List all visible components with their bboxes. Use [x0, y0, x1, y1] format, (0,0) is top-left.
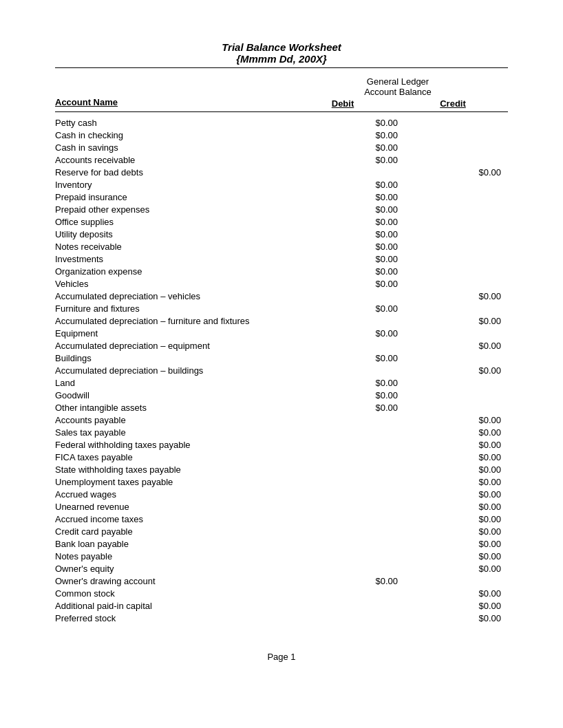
row-credit: $0.00 — [418, 551, 508, 561]
row-credit: $0.00 — [418, 502, 508, 512]
row-credit: $0.00 — [418, 588, 508, 599]
table-row: Furniture and fixtures$0.00 — [55, 302, 508, 314]
row-account-name: FICA taxes payable — [55, 452, 329, 462]
table-row: Bank loan payable$0.00 — [55, 537, 508, 550]
table-row: Owner's equity$0.00 — [55, 562, 508, 575]
row-account-name: Owner's drawing account — [55, 576, 329, 586]
row-debit: $0.00 — [329, 353, 418, 363]
row-credit: $0.00 — [418, 601, 508, 611]
table-row: Cash in savings$0.00 — [55, 141, 508, 153]
row-credit: $0.00 — [418, 489, 508, 500]
row-debit: $0.00 — [329, 390, 418, 400]
table-row: Accumulated depreciation – equipment$0.0… — [55, 339, 508, 352]
row-debit: $0.00 — [329, 378, 418, 388]
row-account-name: Prepaid insurance — [55, 192, 329, 202]
row-credit: $0.00 — [418, 291, 508, 301]
row-account-name: Additional paid-in capital — [55, 601, 329, 611]
row-account-name: Cash in savings — [55, 142, 329, 153]
table-row: Prepaid other expenses$0.00 — [55, 203, 508, 215]
row-account-name: Notes payable — [55, 551, 329, 561]
row-credit: $0.00 — [418, 427, 508, 438]
row-debit: $0.00 — [329, 254, 418, 264]
table-row: Accounts payable$0.00 — [55, 414, 508, 426]
row-debit: $0.00 — [329, 155, 418, 165]
debit-credit-labels: Debit Credit — [288, 98, 508, 109]
row-account-name: Petty cash — [55, 118, 329, 128]
row-account-name: Accrued income taxes — [55, 514, 329, 524]
table-row: Petty cash$0.00 — [55, 116, 508, 129]
table-row: Goodwill$0.00 — [55, 389, 508, 401]
row-credit: $0.00 — [418, 564, 508, 574]
row-credit: $0.00 — [418, 415, 508, 425]
table-row: Cash in checking$0.00 — [55, 129, 508, 141]
debit-label: Debit — [298, 98, 387, 109]
row-debit: $0.00 — [329, 180, 418, 190]
row-debit: $0.00 — [329, 576, 418, 586]
row-account-name: Accrued wages — [55, 489, 329, 500]
table-row: Accumulated depreciation – buildings$0.0… — [55, 364, 508, 376]
row-credit: $0.00 — [418, 477, 508, 487]
table-row: Credit card payable$0.00 — [55, 525, 508, 537]
row-account-name: Bank loan payable — [55, 539, 329, 549]
table-row: Organization expense$0.00 — [55, 265, 508, 277]
row-debit: $0.00 — [329, 279, 418, 289]
data-rows: Petty cash$0.00Cash in checking$0.00Cash… — [55, 116, 508, 624]
row-credit: $0.00 — [418, 440, 508, 450]
table-row: Unemployment taxes payable$0.00 — [55, 475, 508, 488]
row-account-name: Cash in checking — [55, 130, 329, 140]
table-row: Inventory$0.00 — [55, 178, 508, 191]
page-title: Trial Balance Worksheet {Mmmm Dd, 200X} — [55, 41, 508, 65]
row-account-name: Accumulated depreciation – furniture and… — [55, 316, 329, 326]
table-row: Sales tax payable$0.00 — [55, 426, 508, 438]
table-row: Unearned revenue$0.00 — [55, 500, 508, 513]
row-account-name: Credit card payable — [55, 526, 329, 537]
table-row: Land$0.00 — [55, 376, 508, 389]
row-account-name: Vehicles — [55, 279, 329, 289]
row-account-name: Inventory — [55, 180, 329, 190]
row-credit: $0.00 — [418, 464, 508, 475]
account-name-label: Account Name — [55, 97, 288, 109]
credit-label: Credit — [408, 98, 498, 109]
row-account-name: Other intangible assets — [55, 403, 329, 413]
row-account-name: Accumulated depreciation – equipment — [55, 341, 329, 351]
row-account-name: Organization expense — [55, 266, 329, 277]
row-credit: $0.00 — [418, 341, 508, 351]
table-row: Other intangible assets$0.00 — [55, 401, 508, 414]
row-debit: $0.00 — [329, 142, 418, 153]
row-credit: $0.00 — [418, 365, 508, 376]
row-debit: $0.00 — [329, 328, 418, 339]
table-row: Accrued wages$0.00 — [55, 488, 508, 500]
table-row: Accumulated depreciation – vehicles$0.00 — [55, 290, 508, 302]
row-credit: $0.00 — [418, 167, 508, 178]
row-debit: $0.00 — [329, 303, 418, 314]
gl-header: General Ledger Account Balance Debit Cre… — [288, 76, 508, 109]
table-row: Prepaid insurance$0.00 — [55, 191, 508, 203]
row-account-name: Utility deposits — [55, 229, 329, 239]
row-account-name: Accounts receivable — [55, 155, 329, 165]
row-debit: $0.00 — [329, 130, 418, 140]
row-debit: $0.00 — [329, 403, 418, 413]
row-credit: $0.00 — [418, 526, 508, 537]
table-header: Account Name General Ledger Account Bala… — [55, 76, 508, 112]
row-credit: $0.00 — [418, 539, 508, 549]
row-account-name: Owner's equity — [55, 564, 329, 574]
table-row: Utility deposits$0.00 — [55, 228, 508, 240]
page-footer: Page 1 — [55, 652, 508, 662]
row-debit: $0.00 — [329, 118, 418, 128]
row-account-name: Accumulated depreciation – buildings — [55, 365, 329, 376]
row-debit: $0.00 — [329, 229, 418, 239]
title-line2: {Mmmm Dd, 200X} — [55, 53, 508, 65]
table-row: Preferred stock$0.00 — [55, 612, 508, 624]
row-account-name: Equipment — [55, 328, 329, 339]
table-row: Investments$0.00 — [55, 253, 508, 265]
table-row: Common stock$0.00 — [55, 587, 508, 599]
row-debit: $0.00 — [329, 217, 418, 227]
table-row: Notes receivable$0.00 — [55, 240, 508, 253]
row-credit: $0.00 — [418, 452, 508, 462]
gl-title: General Ledger — [367, 76, 429, 87]
row-account-name: Reserve for bad debts — [55, 167, 329, 178]
row-account-name: Furniture and fixtures — [55, 303, 329, 314]
table-row: Reserve for bad debts$0.00 — [55, 166, 508, 178]
table-row: Notes payable$0.00 — [55, 550, 508, 562]
row-account-name: Land — [55, 378, 329, 388]
